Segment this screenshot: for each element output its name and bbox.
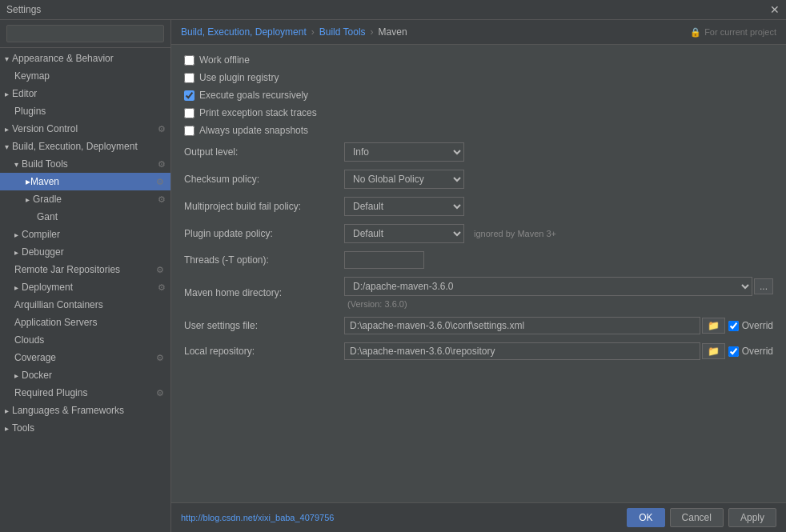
breadcrumb-part2[interactable]: Build Tools [319,26,366,38]
output-level-control: Info Debug Warn Error [344,142,773,162]
breadcrumb-project: 🔒 For current project [690,27,776,38]
maven-home-row: Maven home directory: D:/apache-maven-3.… [184,277,773,309]
output-level-select[interactable]: Info Debug Warn Error [344,142,464,162]
multiproject-fail-label: Multiproject build fail policy: [184,201,344,212]
execute-goals-label: Execute goals recursively [199,90,308,101]
use-plugin-registry-checkbox[interactable] [184,73,194,83]
sidebar-item-docker[interactable]: ▸ Docker [0,366,170,384]
sidebar-item-label: Required Plugins [14,387,87,398]
sidebar-item-clouds[interactable]: Clouds [0,331,170,349]
chevron-right-icon: ▸ [5,90,9,98]
maven-home-label: Maven home directory: [184,287,344,298]
chevron-down-icon: ▾ [5,142,9,151]
always-update-row: Always update snapshots [184,125,773,136]
ok-button[interactable]: OK [627,508,664,527]
breadcrumb-part1[interactable]: Build, Execution, Deployment [181,26,307,38]
sidebar-item-editor[interactable]: ▸ Editor [0,85,170,102]
maven-home-browse-button[interactable]: ... [754,278,773,294]
local-repo-override-checkbox[interactable] [728,346,739,357]
sidebar-item-coverage[interactable]: Coverage ⚙ [0,349,170,366]
sidebar-item-keymap[interactable]: Keymap [0,67,170,85]
sidebar-item-compiler[interactable]: ▸ Compiler [0,226,170,243]
sidebar-item-arquillian-containers[interactable]: Arquillian Containers [0,296,170,314]
local-repo-input[interactable] [344,342,700,360]
main-content: ▾ Appearance & Behavior Keymap ▸ Editor … [0,20,786,532]
cancel-button[interactable]: Cancel [670,508,724,527]
user-settings-browse-button[interactable]: 📁 [702,318,725,334]
sidebar: ▾ Appearance & Behavior Keymap ▸ Editor … [0,20,171,532]
threads-input[interactable] [344,251,424,269]
maven-settings-content: Work offline Use plugin registry Execute… [171,45,786,502]
sidebar-item-label: Remote Jar Repositories [14,264,120,275]
sidebar-item-label: Compiler [22,229,60,240]
local-repo-override: Overrid [728,346,773,357]
sidebar-item-plugins[interactable]: Plugins [0,102,170,120]
sidebar-item-debugger[interactable]: ▸ Debugger [0,243,170,261]
sidebar-item-remote-jar-repositories[interactable]: Remote Jar Repositories ⚙ [0,261,170,278]
search-input[interactable] [6,25,164,42]
bottom-link[interactable]: http://blog.csdn.net/xixi_baba_4079756 [181,513,334,522]
sidebar-item-application-servers[interactable]: Application Servers [0,314,170,331]
sidebar-item-deployment[interactable]: ▸ Deployment ⚙ [0,278,170,296]
search-box [0,20,170,48]
plugin-update-control: Default Force Update Never Update ignore… [344,224,773,243]
local-repo-browse-button[interactable]: 📁 [702,343,725,359]
apply-button[interactable]: Apply [728,508,776,527]
sidebar-item-label: Gant [37,211,58,222]
settings-window: Settings ✕ ▾ Appearance & Behavior Keyma… [0,0,786,532]
sidebar-item-label: Deployment [22,282,73,293]
chevron-right-icon: ▸ [14,230,18,239]
execute-goals-checkbox[interactable] [184,90,194,101]
gear-icon: ⚙ [158,159,166,170]
checksum-policy-label: Checksum policy: [184,174,344,185]
chevron-right-icon: ▸ [5,125,9,134]
threads-row: Threads (-T option): [184,251,773,269]
close-button[interactable]: ✕ [770,3,780,16]
maven-version-hint: (Version: 3.6.0) [347,299,407,309]
user-settings-input[interactable] [344,317,700,334]
output-level-row: Output level: Info Debug Warn Error [184,142,773,162]
breadcrumb-part3: Maven [379,26,407,38]
user-settings-label: User settings file: [184,320,344,331]
sidebar-item-languages-frameworks[interactable]: ▸ Languages & Frameworks [0,402,170,419]
sidebar-item-build-tools[interactable]: ▾ Build Tools ⚙ [0,155,170,173]
sidebar-item-label: Gradle [33,194,62,205]
threads-control [344,251,773,269]
work-offline-checkbox[interactable] [184,55,194,66]
sidebar-item-label: Editor [12,88,37,99]
local-repo-override-label: Overrid [742,346,773,357]
user-settings-override: Overrid [728,320,773,331]
user-settings-override-label: Overrid [742,320,773,331]
user-settings-control: 📁 Overrid [344,317,773,334]
sidebar-item-label: Application Servers [14,317,97,328]
title-bar: Settings ✕ [0,0,786,20]
chevron-right-icon: ▸ [5,424,9,433]
sidebar-item-build-execution-deployment[interactable]: ▾ Build, Execution, Deployment [0,138,170,155]
print-exception-checkbox[interactable] [184,108,194,118]
gear-icon: ⚙ [156,177,164,187]
user-settings-row: User settings file: 📁 Overrid [184,317,773,334]
work-offline-label: Work offline [199,54,250,66]
user-settings-override-checkbox[interactable] [728,321,739,331]
sidebar-item-label: Coverage [14,352,56,363]
sidebar-item-gant[interactable]: Gant [0,208,170,226]
sidebar-item-label: Clouds [14,334,44,346]
gear-icon: ⚙ [158,282,166,293]
always-update-checkbox[interactable] [184,126,194,136]
sidebar-item-maven[interactable]: ▸ Maven ⚙ [0,173,170,190]
multiproject-fail-select[interactable]: Default Fail At End Fail Never Fail Fast [344,197,464,216]
sidebar-item-appearance-behavior[interactable]: ▾ Appearance & Behavior [0,50,170,67]
maven-home-select[interactable]: D:/apache-maven-3.6.0 [344,277,752,296]
sidebar-item-label: Appearance & Behavior [12,53,114,64]
bottom-bar: http://blog.csdn.net/xixi_baba_4079756 O… [171,502,786,532]
plugin-update-select[interactable]: Default Force Update Never Update [344,224,464,243]
sidebar-item-version-control[interactable]: ▸ Version Control ⚙ [0,120,170,138]
sidebar-item-tools[interactable]: ▸ Tools [0,419,170,437]
print-exception-row: Print exception stack traces [184,107,773,118]
sidebar-item-required-plugins[interactable]: Required Plugins ⚙ [0,384,170,402]
use-plugin-registry-row: Use plugin registry [184,72,773,83]
chevron-right-icon: ▸ [26,195,30,204]
breadcrumb-project-label: For current project [704,27,776,37]
checksum-policy-select[interactable]: No Global Policy Strict Warn Fail [344,170,464,189]
sidebar-item-gradle[interactable]: ▸ Gradle ⚙ [0,190,170,208]
